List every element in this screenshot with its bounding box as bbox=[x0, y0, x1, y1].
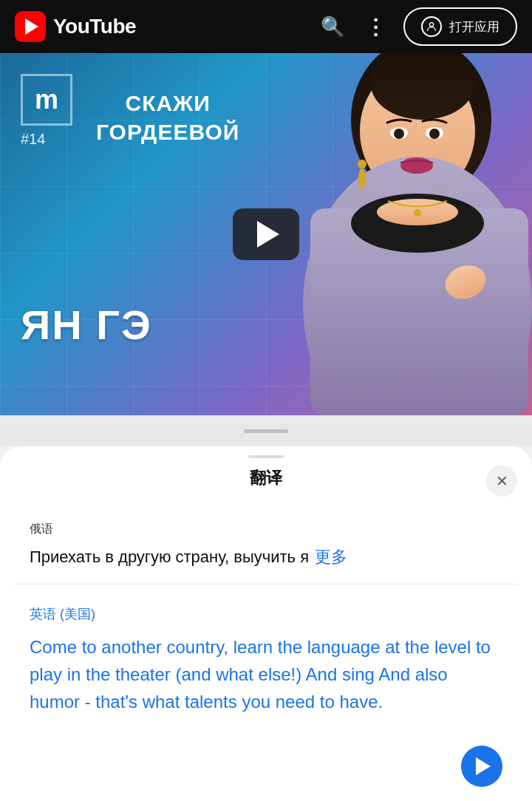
svg-point-17 bbox=[414, 209, 421, 217]
youtube-title: YouTube bbox=[53, 15, 136, 38]
navbar: YouTube 🔍 ⋮ 打开应用 bbox=[0, 0, 532, 53]
yt-play-icon bbox=[25, 18, 38, 35]
youtube-icon bbox=[15, 11, 46, 42]
episode-number: #14 bbox=[21, 131, 45, 148]
audio-play-button[interactable] bbox=[461, 746, 502, 787]
source-lang-label: 俄语 bbox=[30, 522, 502, 537]
svg-point-14 bbox=[400, 157, 433, 174]
channel-badge: m bbox=[21, 74, 72, 126]
more-options-icon[interactable]: ⋮ bbox=[361, 12, 390, 41]
video-title-russian: СКАЖИ ГОРДЕЕВОЙ bbox=[96, 89, 239, 146]
svg-point-15 bbox=[358, 160, 366, 168]
close-button[interactable]: ✕ bbox=[486, 466, 517, 497]
drag-pill bbox=[244, 429, 288, 433]
user-icon bbox=[421, 16, 442, 37]
source-text: Приехать в другую страну, выучить я 更多 bbox=[30, 545, 502, 569]
navbar-icons: 🔍 ⋮ 打开应用 bbox=[318, 7, 517, 46]
svg-point-0 bbox=[429, 23, 433, 27]
svg-point-16 bbox=[358, 168, 366, 189]
svg-point-13 bbox=[429, 129, 440, 139]
source-text-content: Приехать в другую страну, выучить я bbox=[30, 545, 309, 569]
logo-container: YouTube bbox=[15, 11, 306, 42]
translation-panel: 翻译 ✕ 俄语 Приехать в другую страну, выучит… bbox=[0, 446, 532, 801]
more-link[interactable]: 更多 bbox=[315, 545, 347, 569]
search-icon[interactable]: 🔍 bbox=[318, 12, 347, 41]
audio-play-icon bbox=[476, 757, 491, 775]
open-app-button[interactable]: 打开应用 bbox=[403, 7, 517, 46]
target-section: 英语 (美国) Come to another country, learn t… bbox=[0, 584, 532, 731]
source-section: 俄语 Приехать в другую страну, выучить я 更… bbox=[0, 504, 532, 584]
bottom-play-row bbox=[0, 731, 532, 794]
target-text-content: Come to another country, learn the langu… bbox=[30, 633, 502, 716]
open-app-label: 打开应用 bbox=[449, 18, 499, 35]
drag-handle-area bbox=[0, 415, 532, 446]
translation-header: 翻译 ✕ bbox=[0, 446, 532, 504]
target-lang-label: 英语 (美国) bbox=[30, 605, 502, 623]
svg-point-12 bbox=[394, 129, 404, 139]
video-play-button[interactable] bbox=[233, 208, 299, 260]
video-person-name: ЯН ГЭ bbox=[21, 301, 152, 349]
play-triangle-icon bbox=[257, 221, 279, 248]
translation-title: 翻译 bbox=[15, 467, 517, 489]
video-thumbnail: m #14 СКАЖИ ГОРДЕЕВОЙ bbox=[0, 53, 532, 415]
drag-indicator bbox=[248, 455, 284, 458]
